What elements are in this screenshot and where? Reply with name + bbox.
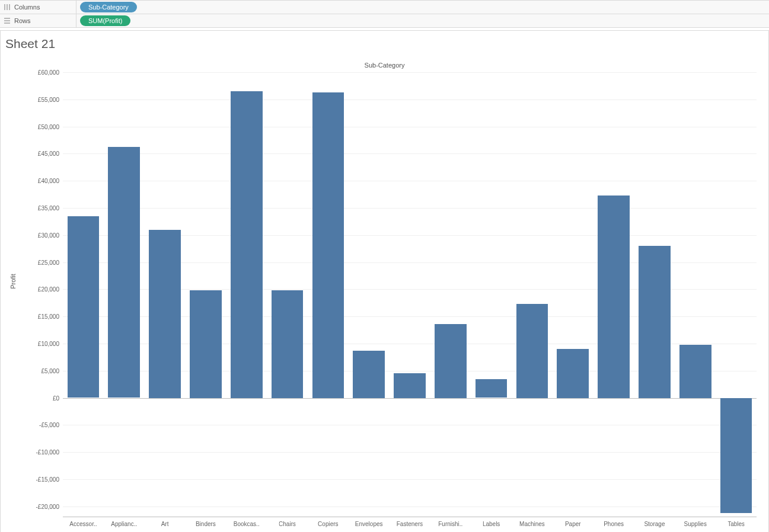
y-tick-label: £45,000 (38, 150, 59, 157)
gridline (63, 127, 757, 127)
y-tick-label: -£20,000 (36, 503, 59, 509)
columns-shelf[interactable]: Columns Sub-Category (0, 0, 769, 14)
gridline (63, 208, 757, 209)
x-tick-label: Art (161, 521, 169, 527)
rows-label-text: Rows (14, 17, 31, 24)
y-axis-title: Profit (9, 274, 17, 289)
bar-storage[interactable] (639, 246, 671, 398)
x-tick-label: Applianc.. (111, 521, 137, 527)
x-tick-label: Machines (519, 521, 545, 527)
bar-binders[interactable] (190, 290, 222, 398)
y-tick-label: £60,000 (38, 69, 59, 76)
x-tick-label: Phones (604, 521, 624, 527)
shelf-divider (76, 1, 76, 14)
bar-phones[interactable] (598, 196, 630, 398)
plot-area: -£20,000-£15,000-£10,000-£5,000£0£5,000£… (63, 72, 757, 517)
rows-icon (4, 17, 11, 24)
rows-pill-sum-profit[interactable]: SUM(Profit) (80, 15, 130, 26)
x-tick-label: Storage (644, 521, 665, 527)
y-tick-label: £20,000 (38, 286, 59, 293)
gridline (63, 181, 757, 181)
bar-chairs[interactable] (272, 290, 304, 398)
x-tick-label: Envelopes (355, 521, 383, 527)
gridline (63, 72, 757, 73)
bar-copiers[interactable] (312, 92, 344, 398)
columns-shelf-label: Columns (0, 4, 76, 11)
x-axis-title: Sub-Category (1, 62, 768, 69)
rows-shelf-label: Rows (0, 17, 76, 24)
x-tick-label: Copiers (318, 521, 338, 527)
x-tick-label: Furnishi.. (438, 521, 462, 527)
bar-art[interactable] (149, 230, 181, 398)
bar-furnishings[interactable] (435, 324, 467, 398)
x-tick-label: Tables (727, 521, 745, 527)
bar-supplies[interactable] (679, 345, 711, 398)
gridline (63, 479, 757, 480)
x-tick-label: Fasteners (397, 521, 423, 527)
bar-envelopes[interactable] (353, 351, 385, 398)
x-tick-label: Bookcas.. (234, 521, 260, 527)
gridline (63, 452, 757, 453)
shelf-divider (76, 14, 76, 27)
y-tick-label: £55,000 (38, 96, 59, 102)
bar-paper[interactable] (557, 349, 589, 398)
y-tick-label: -£5,000 (39, 422, 59, 428)
columns-pill-subcategory[interactable]: Sub-Category (80, 2, 137, 12)
y-tick-label: £40,000 (38, 178, 59, 184)
gridline (63, 507, 757, 507)
x-tick-label: Supplies (684, 521, 707, 527)
y-tick-label: £30,000 (38, 232, 59, 238)
x-tick-label: Chairs (279, 521, 296, 527)
y-tick-label: £25,000 (38, 259, 59, 265)
columns-label-text: Columns (14, 4, 40, 11)
bar-fasteners[interactable] (394, 373, 426, 398)
columns-icon (4, 4, 11, 11)
zero-line (63, 398, 757, 399)
bar-accessories[interactable] (68, 216, 100, 398)
bar-tables[interactable] (720, 398, 752, 513)
gridline (63, 425, 757, 425)
y-tick-label: £50,000 (38, 123, 59, 130)
rows-shelf[interactable]: Rows SUM(Profit) (0, 14, 769, 28)
x-tick-label: Paper (565, 521, 581, 527)
y-tick-label: £15,000 (38, 313, 59, 320)
gridline (63, 153, 757, 154)
y-tick-label: -£15,000 (36, 476, 59, 482)
x-tick-label: Binders (196, 521, 216, 527)
bar-machines[interactable] (516, 304, 548, 398)
worksheet-view: Sheet 21 Sub-Category Profit -£20,000-£1… (0, 30, 769, 532)
x-tick-label: Labels (483, 521, 500, 527)
gridline (63, 100, 757, 100)
x-axis-line (63, 517, 757, 517)
chart: Sub-Category Profit -£20,000-£15,000-£10… (1, 31, 768, 532)
y-tick-label: £35,000 (38, 204, 59, 211)
y-tick-label: £0 (53, 395, 59, 401)
bar-labels[interactable] (476, 379, 508, 398)
y-tick-label: £5,000 (41, 367, 59, 374)
y-tick-label: -£10,000 (36, 449, 59, 456)
bar-bookcases[interactable] (231, 91, 263, 398)
x-tick-label: Accessor.. (69, 521, 97, 527)
bar-appliances[interactable] (108, 147, 140, 398)
y-tick-label: £10,000 (38, 340, 59, 347)
